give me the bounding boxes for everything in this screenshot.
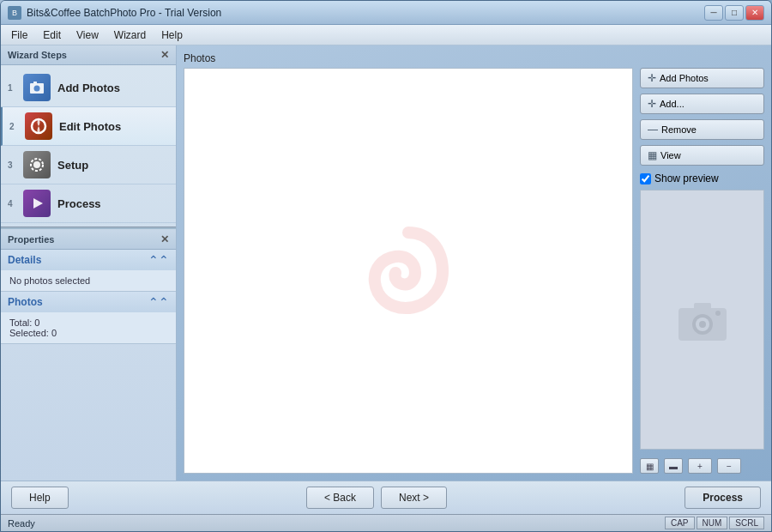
details-title: Details xyxy=(8,254,41,266)
no-photos-text: No photos selected xyxy=(9,275,90,286)
help-button[interactable]: Help xyxy=(11,487,69,509)
svg-point-1 xyxy=(34,86,40,92)
add-photos-label: Add Photos xyxy=(660,73,709,83)
add-photos-icon: ✛ xyxy=(648,72,656,84)
show-preview-row: Show preview xyxy=(640,172,764,184)
maximize-button[interactable]: □ xyxy=(725,5,744,21)
selected-label: Selected: xyxy=(9,328,49,338)
right-panel: ✛ Add Photos ✛ Add... — Remove ▦ View xyxy=(640,68,764,474)
plus-icon: + xyxy=(697,462,703,471)
step-icon-process xyxy=(23,190,51,217)
preview-box xyxy=(640,190,764,450)
zoom-in-button[interactable]: + xyxy=(688,458,712,474)
total-row: Total: 0 xyxy=(9,317,167,328)
svg-point-4 xyxy=(33,161,40,168)
window-controls: ─ □ ✕ xyxy=(704,5,764,21)
view-button[interactable]: ▦ View xyxy=(640,145,764,166)
photos-section-header[interactable]: Photos ⌃⌃ xyxy=(1,292,176,312)
grid-view-button[interactable]: ▦ xyxy=(640,458,659,474)
svg-point-12 xyxy=(715,311,721,316)
properties-header: Properties ✕ xyxy=(1,230,176,250)
menu-edit[interactable]: Edit xyxy=(36,27,68,43)
sidebar: Wizard Steps ✕ 1 Add Photos xyxy=(1,45,177,481)
step-label-edit-photos: Edit Photos xyxy=(59,120,121,133)
status-indicators: CAP NUM SCRL xyxy=(665,517,764,529)
add-more-label: Add... xyxy=(660,99,685,109)
step-icon-add-photos xyxy=(23,74,51,101)
nav-buttons: < Back Next > xyxy=(306,487,447,509)
photos-section-title: Photos xyxy=(8,296,43,308)
photos-expand-icon: ⌃⌃ xyxy=(148,295,169,309)
wizard-step-edit-photos[interactable]: 2 Edit Photos xyxy=(1,107,176,146)
zoom-out-button[interactable]: − xyxy=(717,458,741,474)
step-num-2: 2 xyxy=(9,122,21,131)
wizard-steps-header: Wizard Steps ✕ xyxy=(1,45,176,65)
total-label: Total: xyxy=(9,317,32,328)
show-preview-checkbox[interactable] xyxy=(640,173,651,184)
scrl-indicator: SCRL xyxy=(729,517,764,529)
step-icon-setup xyxy=(23,151,51,178)
photo-canvas[interactable] xyxy=(184,68,633,474)
list-view-button[interactable]: ▬ xyxy=(664,458,683,474)
app-icon: B xyxy=(8,6,21,20)
properties-close-icon[interactable]: ✕ xyxy=(160,233,169,245)
window-title: Bits&Coffee BatchPhoto Pro - Trial Versi… xyxy=(27,7,704,19)
total-value: 0 xyxy=(34,317,39,328)
details-section: Details ⌃⌃ No photos selected xyxy=(1,250,176,292)
wizard-steps-label: Wizard Steps xyxy=(8,50,67,60)
photos-area-label: Photos xyxy=(184,52,764,64)
cap-indicator: CAP xyxy=(665,517,695,529)
title-bar: B Bits&Coffee BatchPhoto Pro - Trial Ver… xyxy=(1,1,771,25)
details-expand-icon: ⌃⌃ xyxy=(148,253,169,267)
step-label-setup: Setup xyxy=(57,159,88,172)
swirl-logo xyxy=(353,215,464,327)
view-label: View xyxy=(660,150,681,160)
status-text: Ready xyxy=(8,518,35,529)
step-label-process: Process xyxy=(57,197,101,210)
selected-value: 0 xyxy=(51,328,57,338)
step-num-4: 4 xyxy=(8,199,20,209)
minimize-button[interactable]: ─ xyxy=(704,5,723,21)
step-label-add-photos: Add Photos xyxy=(57,82,120,94)
details-content: No photos selected xyxy=(1,270,176,291)
show-preview-label: Show preview xyxy=(654,172,719,184)
wizard-step-add-photos[interactable]: 1 Add Photos xyxy=(1,69,176,107)
step-icon-edit-photos xyxy=(25,112,52,140)
svg-point-11 xyxy=(699,321,706,328)
properties-panel: Properties ✕ Details ⌃⌃ No photos select… xyxy=(1,230,176,481)
step-num-1: 1 xyxy=(8,83,20,93)
properties-label: Properties xyxy=(8,234,54,245)
remove-label: Remove xyxy=(661,124,697,135)
wizard-step-process[interactable]: 4 Process xyxy=(1,184,176,223)
svg-rect-8 xyxy=(694,303,711,310)
photos-content: Total: 0 Selected: 0 xyxy=(1,312,176,343)
add-photos-button[interactable]: ✛ Add Photos xyxy=(640,68,764,88)
details-section-header[interactable]: Details ⌃⌃ xyxy=(1,250,176,270)
photos-main: ✛ Add Photos ✛ Add... — Remove ▦ View xyxy=(184,68,764,474)
remove-button[interactable]: — Remove xyxy=(640,119,764,140)
grid-icon: ▦ xyxy=(646,462,654,471)
menu-help[interactable]: Help xyxy=(154,27,190,43)
wizard-step-setup[interactable]: 3 Setup xyxy=(1,146,176,184)
bottom-bar: Help < Back Next > Process xyxy=(1,481,771,514)
content-area: Photos ✛ Add Photos ✛ xyxy=(177,45,771,481)
photos-section: Photos ⌃⌃ Total: 0 Selected: 0 xyxy=(1,292,176,344)
menu-bar: File Edit View Wizard Help xyxy=(1,25,771,45)
wizard-close-icon[interactable]: ✕ xyxy=(160,49,169,61)
main-window: B Bits&Coffee BatchPhoto Pro - Trial Ver… xyxy=(0,0,772,532)
menu-view[interactable]: View xyxy=(69,27,106,43)
list-icon: ▬ xyxy=(669,462,678,471)
num-indicator: NUM xyxy=(697,517,728,529)
wizard-steps-list: 1 Add Photos 2 xyxy=(1,65,176,227)
menu-wizard[interactable]: Wizard xyxy=(107,27,153,43)
next-button[interactable]: Next > xyxy=(381,487,447,509)
add-more-button[interactable]: ✛ Add... xyxy=(640,94,764,114)
process-button[interactable]: Process xyxy=(685,487,761,509)
menu-file[interactable]: File xyxy=(4,27,34,43)
minus-icon: − xyxy=(727,462,732,471)
svg-marker-6 xyxy=(33,198,43,209)
status-bar: Ready CAP NUM SCRL xyxy=(1,514,771,531)
close-button[interactable]: ✕ xyxy=(745,5,764,21)
view-icon: ▦ xyxy=(648,149,657,161)
back-button[interactable]: < Back xyxy=(306,487,374,509)
